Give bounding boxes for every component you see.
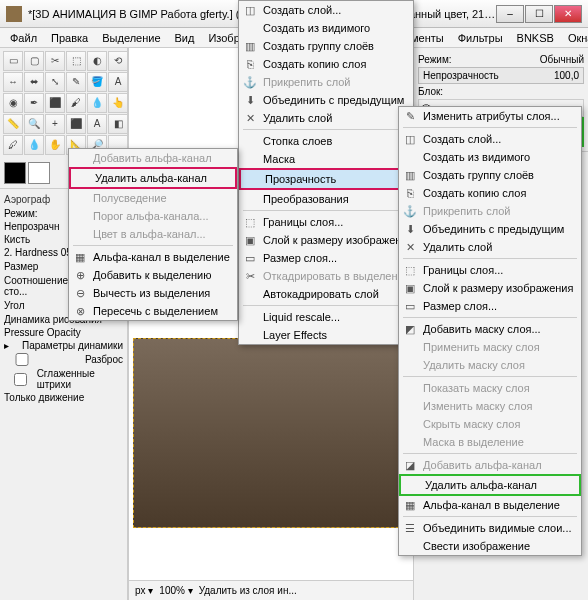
tool-button[interactable]: 🖊 [3, 135, 23, 155]
menu-item[interactable]: ◫Создать слой... [239, 1, 413, 19]
menu-item[interactable]: ▭Размер слоя... [399, 297, 581, 315]
menu-item[interactable]: ⎘Создать копию слоя [399, 184, 581, 202]
menu-item[interactable]: ▣Слой к размеру изображения [239, 231, 413, 249]
menu-item[interactable]: ⬚Границы слоя... [399, 261, 581, 279]
tool-button[interactable]: 💧 [87, 93, 107, 113]
menu-item[interactable]: ✎Изменить атрибуты слоя... [399, 107, 581, 125]
tool-button[interactable]: ◉ [3, 93, 23, 113]
tool-button[interactable]: ⬚ [66, 51, 86, 71]
bg-color[interactable] [28, 162, 50, 184]
menu-icon: ✎ [403, 109, 417, 123]
menu-item[interactable]: ⬇Объединить с предыдущим [239, 91, 413, 109]
menu-icon: ⊗ [73, 304, 87, 318]
brush-selector[interactable]: 2. Hardness 050 [4, 247, 77, 258]
minimize-button[interactable]: – [496, 5, 524, 23]
scatter-check[interactable] [4, 353, 40, 366]
menu-item[interactable]: ▥Создать группу слоёв [399, 166, 581, 184]
tool-button[interactable]: ⟲ [108, 51, 128, 71]
menu-item: Изменить маску слоя [399, 397, 581, 415]
menu-item: ◪Добавить альфа-канал [399, 456, 581, 474]
menu-item: Маска в выделение [399, 433, 581, 451]
menu-файл[interactable]: Файл [4, 30, 43, 46]
menu-item[interactable]: Layer Effects [239, 326, 413, 344]
menu-item[interactable]: ▦Альфа-канал в выделение [399, 496, 581, 514]
tool-button[interactable]: 💧 [24, 135, 44, 155]
menu-item[interactable]: Стопка слоев [239, 132, 413, 150]
canvas-image[interactable] [133, 338, 409, 528]
menu-icon: ▭ [243, 251, 257, 265]
menu-item[interactable]: Удалить альфа-канал [399, 474, 581, 496]
menu-item[interactable]: ⬚Границы слоя... [239, 213, 413, 231]
tool-button[interactable]: 👆 [108, 93, 128, 113]
tool-button[interactable]: ⬛ [66, 114, 86, 134]
menu-item[interactable]: Удалить альфа-канал [69, 167, 237, 189]
tool-button[interactable]: ⤡ [45, 72, 65, 92]
tool-button[interactable]: ◧ [108, 114, 128, 134]
menu-item[interactable]: Автокадрировать слой [239, 285, 413, 303]
zoom-select[interactable]: 100% ▾ [159, 585, 192, 596]
menu-item[interactable]: Преобразования [239, 190, 413, 208]
maximize-button[interactable]: ☐ [525, 5, 553, 23]
fg-color[interactable] [4, 162, 26, 184]
menu-item[interactable]: ⊖Вычесть из выделения [69, 284, 237, 302]
tool-button[interactable]: + [45, 114, 65, 134]
transparency-submenu[interactable]: Добавить альфа-каналУдалить альфа-каналП… [68, 148, 238, 321]
menu-вид[interactable]: Вид [169, 30, 201, 46]
menu-item[interactable]: ◫Создать слой... [399, 130, 581, 148]
tool-button[interactable]: ✎ [66, 72, 86, 92]
layer-menu[interactable]: ◫Создать слой...Создать из видимого▥Созд… [238, 0, 414, 345]
menu-item[interactable]: ⬇Объединить с предыдущим [399, 220, 581, 238]
menu-item[interactable]: ▦Альфа-канал в выделение [69, 248, 237, 266]
menu-bnksb[interactable]: BNKSB [511, 30, 560, 46]
menu-item[interactable]: ⊕Добавить к выделению [69, 266, 237, 284]
dynamics-selector[interactable]: Pressure Opacity [4, 327, 81, 338]
menu-item[interactable]: ◩Добавить маску слоя... [399, 320, 581, 338]
tool-button[interactable]: ▢ [24, 51, 44, 71]
tool-button[interactable]: 🖌 [66, 93, 86, 113]
unit-select[interactable]: px ▾ [135, 585, 153, 596]
tool-button[interactable]: ▭ [3, 51, 23, 71]
blend-mode[interactable]: Обычный [540, 54, 584, 65]
tool-button[interactable]: ✂ [45, 51, 65, 71]
app-icon [6, 6, 22, 22]
tool-button[interactable]: 🪣 [87, 72, 107, 92]
tool-button[interactable]: ⬌ [24, 72, 44, 92]
menu-item[interactable]: ✕Удалить слой [239, 109, 413, 127]
menu-item[interactable]: ⎘Создать копию слоя [239, 55, 413, 73]
menu-item[interactable]: ⊗Пересечь с выделением [69, 302, 237, 320]
menu-item[interactable]: ✕Удалить слой [399, 238, 581, 256]
menu-item: ✂Откадрировать в выделение [239, 267, 413, 285]
menu-item[interactable]: ☰Объединить видимые слои... [399, 519, 581, 537]
menu-item[interactable]: Маска [239, 150, 413, 168]
opacity-value[interactable]: 100,0 [554, 70, 579, 81]
menu-item[interactable]: ▣Слой к размеру изображения [399, 279, 581, 297]
menu-item[interactable]: ▥Создать группу слоёв [239, 37, 413, 55]
menu-item[interactable]: ▭Размер слоя... [239, 249, 413, 267]
menu-icon: ⬇ [243, 93, 257, 107]
menu-item[interactable]: Создать из видимого [239, 19, 413, 37]
menu-выделение[interactable]: Выделение [96, 30, 166, 46]
menu-фильтры[interactable]: Фильтры [452, 30, 509, 46]
tool-button[interactable]: ◐ [87, 51, 107, 71]
menu-окна[interactable]: Окна [562, 30, 588, 46]
menu-icon: ⊖ [73, 286, 87, 300]
tool-button[interactable]: ✋ [45, 135, 65, 155]
menu-правка[interactable]: Правка [45, 30, 94, 46]
tool-button[interactable]: A [108, 72, 128, 92]
tool-button[interactable]: A [87, 114, 107, 134]
tool-button[interactable]: ⬛ [45, 93, 65, 113]
smooth-check[interactable] [4, 373, 37, 386]
close-button[interactable]: ✕ [554, 5, 582, 23]
menu-item[interactable]: Liquid rescale... [239, 308, 413, 326]
menu-item[interactable]: Создать из видимого [399, 148, 581, 166]
tool-button[interactable]: 🔍 [24, 114, 44, 134]
tool-button[interactable]: 📏 [3, 114, 23, 134]
menu-item[interactable]: Прозрачность [239, 168, 413, 190]
layer-context-menu[interactable]: ✎Изменить атрибуты слоя...◫Создать слой.… [398, 106, 582, 556]
menu-item: ⚓Прикрепить слой [239, 73, 413, 91]
tool-button[interactable]: ↔ [3, 72, 23, 92]
menu-item[interactable]: Свести изображение [399, 537, 581, 555]
tool-button[interactable]: ✒ [24, 93, 44, 113]
menu-item: Цвет в альфа-канал... [69, 225, 237, 243]
left-column: ▭▢✂⬚◐⟲↔⬌⤡✎🪣A◉✒⬛🖌💧👆📏🔍+⬛A◧🖊💧✋📐🔎 Аэрограф Р… [0, 48, 128, 600]
